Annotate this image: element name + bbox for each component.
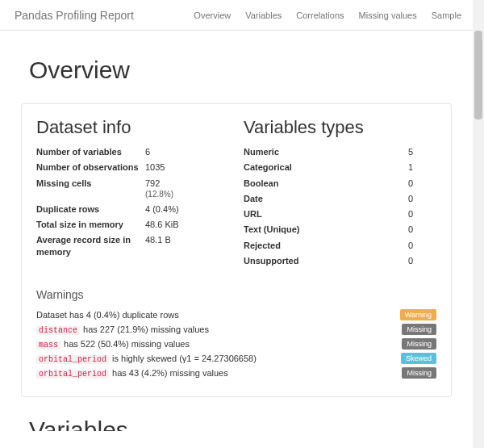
warning-text: Dataset has 4 (0.4%) duplicate rows	[36, 310, 179, 320]
row-missing: Missing cells 792 (12.8%)	[36, 178, 229, 199]
row-dupes: Duplicate rows 4 (0.4%)	[36, 203, 229, 215]
label: Number of variables	[36, 146, 145, 157]
var-name: orbital_period	[36, 370, 109, 379]
value: 0	[381, 178, 413, 189]
value: 0	[381, 240, 413, 251]
label: Unsupported	[244, 255, 381, 266]
nav-missing[interactable]: Missing values	[359, 10, 417, 20]
value: 792 (12.8%)	[145, 178, 173, 199]
label: Categorical	[244, 161, 381, 173]
warning-row: distance has 227 (21.9%) missing values …	[36, 324, 436, 335]
warning-msg: is highly skewed (γ1 = 24.27306658)	[112, 354, 257, 363]
warning-msg: has 522 (50.4%) missing values	[64, 339, 190, 349]
value: 0	[381, 255, 413, 266]
nav-overview[interactable]: Overview	[194, 10, 231, 20]
row-categorical: Categorical 1	[244, 161, 436, 173]
row-date: Date 0	[244, 193, 436, 204]
content: Overview Dataset info Number of variable…	[0, 31, 473, 431]
label: Number of observations	[36, 161, 145, 173]
warnings: Warnings Dataset has 4 (0.4%) duplicate …	[36, 288, 436, 379]
nav-sample[interactable]: Sample	[432, 10, 461, 20]
row-url: URL 0	[244, 208, 436, 220]
scrollbar-track[interactable]	[473, 0, 484, 448]
row-rejected: Rejected 0	[244, 240, 436, 251]
variables-types-heading: Variables types	[244, 117, 436, 138]
label: Date	[244, 193, 381, 204]
row-n-obs: Number of observations 1035	[36, 161, 229, 173]
value: 5	[381, 146, 413, 157]
next-section-title: Variables	[29, 417, 444, 431]
top-nav: Pandas Profiling Report Overview Variabl…	[0, 0, 473, 31]
value: 0	[381, 208, 413, 220]
warning-msg: Dataset has 4 (0.4%) duplicate rows	[36, 310, 179, 320]
label: URL	[244, 208, 381, 220]
nav-variables[interactable]: Variables	[245, 10, 282, 20]
badge-missing: Missing	[402, 338, 436, 350]
warning-msg: has 227 (21.9%) missing values	[83, 324, 209, 334]
label: Numeric	[244, 146, 381, 157]
dataset-info-heading: Dataset info	[36, 117, 229, 138]
value: 1	[381, 161, 413, 173]
value-main: 792	[145, 178, 160, 188]
warnings-heading: Warnings	[36, 288, 436, 301]
label: Total size in memory	[36, 219, 145, 230]
value: 48.1 B	[145, 234, 171, 257]
var-name: orbital_period	[36, 355, 109, 364]
badge-skewed: Skewed	[401, 353, 436, 364]
warning-text: orbital_period is highly skewed (γ1 = 24…	[36, 354, 257, 364]
warning-text: mass has 522 (50.4%) missing values	[36, 339, 190, 350]
var-name: mass	[36, 341, 60, 350]
label: Rejected	[244, 240, 381, 251]
label: Duplicate rows	[36, 203, 145, 215]
nav-correlations[interactable]: Correlations	[296, 10, 344, 20]
dataset-info: Dataset info Number of variables 6 Numbe…	[36, 117, 229, 270]
row-total-mem: Total size in memory 48.6 KiB	[36, 219, 229, 230]
scrollbar-thumb[interactable]	[474, 31, 482, 119]
value: 6	[145, 146, 150, 157]
badge-missing: Missing	[402, 324, 436, 335]
app-title: Pandas Profiling Report	[15, 9, 134, 22]
warning-text: distance has 227 (21.9%) missing values	[36, 324, 209, 335]
label: Average record size in memory	[36, 234, 145, 257]
warning-text: orbital_period has 43 (4.2%) missing val…	[36, 368, 228, 379]
page-title: Overview	[29, 57, 444, 84]
warning-row: orbital_period is highly skewed (γ1 = 24…	[36, 353, 436, 364]
warning-row: orbital_period has 43 (4.2%) missing val…	[36, 367, 436, 379]
value: 4 (0.4%)	[145, 203, 179, 215]
warning-msg: has 43 (4.2%) missing values	[112, 368, 228, 378]
row-boolean: Boolean 0	[244, 178, 436, 189]
label: Text (Unique)	[244, 224, 381, 235]
label: Boolean	[244, 178, 381, 189]
warning-row: mass has 522 (50.4%) missing values Miss…	[36, 338, 436, 350]
badge-warning: Warning	[400, 309, 436, 320]
label: Missing cells	[36, 178, 145, 199]
warning-row: Dataset has 4 (0.4%) duplicate rows Warn…	[36, 309, 436, 320]
row-avg-rec: Average record size in memory 48.1 B	[36, 234, 229, 257]
variables-types: Variables types Numeric 5 Categorical 1 …	[244, 117, 436, 270]
row-unsupported: Unsupported 0	[244, 255, 436, 266]
nav-links: Overview Variables Correlations Missing …	[194, 10, 461, 20]
row-numeric: Numeric 5	[244, 146, 436, 157]
var-name: distance	[36, 326, 80, 335]
value: 0	[381, 193, 413, 204]
row-n-vars: Number of variables 6	[36, 146, 229, 157]
badge-missing: Missing	[402, 367, 436, 379]
value: 0	[381, 224, 413, 235]
value: 48.6 KiB	[145, 219, 179, 230]
value: 1035	[145, 161, 165, 173]
value-sub: (12.8%)	[145, 189, 173, 199]
overview-panel: Dataset info Number of variables 6 Numbe…	[21, 103, 452, 397]
row-text: Text (Unique) 0	[244, 224, 436, 235]
